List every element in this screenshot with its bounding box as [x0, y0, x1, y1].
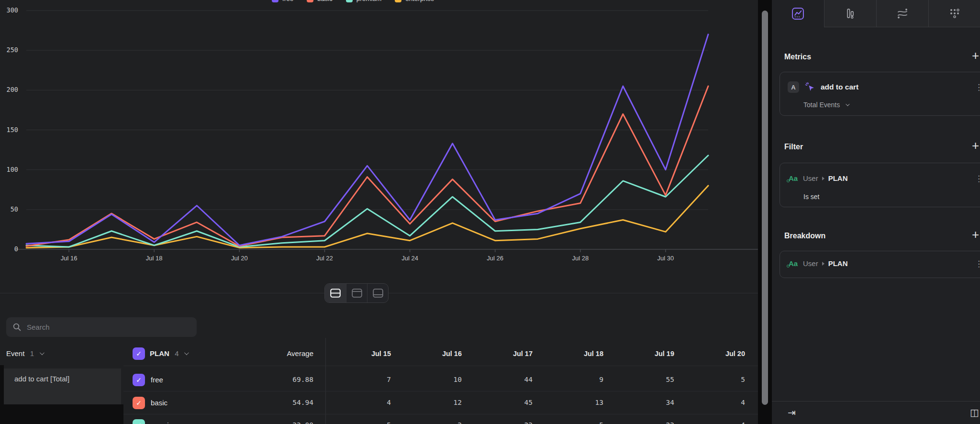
date-column-header: Jul 16 [400, 350, 462, 357]
metric-card[interactable]: A add to cart ⋮ Total Events [780, 72, 980, 116]
split-view-icon [330, 289, 341, 298]
plan-column-selector[interactable]: PLAN 4 [150, 349, 188, 358]
average-value: 33.00 [251, 421, 313, 424]
breakdown-property: PLAN [828, 259, 848, 268]
y-tick-label: 50 [0, 205, 18, 213]
row-group-label: add to cart [Total] [4, 368, 121, 383]
add-breakdown-button[interactable]: + [972, 230, 979, 239]
row-divider [123, 391, 758, 391]
add-metric-button[interactable]: + [972, 51, 979, 60]
x-tick-label: Jul 22 [309, 255, 340, 262]
check-icon: ✓ [136, 422, 142, 424]
chart-only-view-button[interactable] [346, 284, 367, 302]
aggregation-selector[interactable]: Total Events [803, 100, 848, 109]
cell-value: 23 [470, 421, 533, 424]
row-label-premium: premium [151, 421, 178, 424]
search-input[interactable] [26, 323, 190, 332]
cell-value: 7 [329, 376, 391, 383]
plan-header-label: PLAN [150, 349, 169, 357]
chevron-down-icon [40, 350, 45, 355]
grid-dots-icon [948, 7, 961, 20]
cell-value: 5 [329, 421, 391, 424]
y-tick-label: 100 [0, 166, 18, 173]
x-tick-label: Jul 26 [480, 255, 511, 262]
breakdown-property-breadcrumb: UserPLAN [803, 259, 848, 268]
date-column-header: Jul 19 [612, 350, 674, 357]
filter-property: PLAN [828, 174, 848, 182]
tab-flow-chart[interactable] [876, 0, 928, 27]
query-builder-sidebar: Metrics + A add to cart ⋮ Total Events F… [771, 0, 980, 424]
x-tick-label: Jul 30 [650, 255, 681, 262]
x-tick-label: Jul 28 [565, 255, 596, 262]
chart-table-view-toggle [324, 283, 389, 303]
breakdown-heading: Breakdown [784, 232, 825, 240]
line-chart-icon [791, 7, 804, 20]
event-column-selector[interactable]: Event 1 [6, 349, 43, 358]
bar-chart-icon [844, 7, 857, 20]
filter-options-button[interactable]: ⋮ [975, 174, 980, 183]
row-label-basic: basic [151, 399, 167, 407]
x-tick-label: Jul 20 [224, 255, 255, 262]
metric-letter-badge: A [788, 81, 799, 93]
header-divider [123, 366, 758, 366]
metric-event-name: add to cart [821, 83, 858, 91]
filter-property-breadcrumb: UserPLAN [803, 174, 848, 182]
cell-value: 4 [683, 399, 745, 406]
series-line-enterprise [26, 186, 708, 248]
add-filter-button[interactable]: + [972, 141, 979, 150]
x-tick-label: Jul 24 [395, 255, 425, 262]
text-property-icon: Aa [789, 174, 798, 183]
insights-report-screen: freebasicpremiumenterprise 0501001502002… [0, 0, 980, 424]
y-tick-label: 250 [0, 46, 18, 54]
tab-grid-dots[interactable] [928, 0, 980, 27]
series-line-free [26, 34, 708, 245]
scrollbar-thumb[interactable] [762, 11, 768, 405]
top-view-icon [352, 289, 362, 298]
cell-value: 4 [329, 399, 391, 406]
check-icon: ✓ [136, 399, 142, 407]
filter-heading: Filter [784, 143, 803, 151]
search-icon [13, 323, 21, 331]
row-checkbox-free[interactable]: ✓ [133, 374, 145, 386]
breakdown-card[interactable]: Aa UserPLAN ⋮ [780, 251, 980, 278]
table-only-view-button[interactable] [367, 284, 388, 302]
tab-line-chart[interactable] [772, 0, 824, 27]
plan-select-all-checkbox[interactable]: ✓ [133, 347, 145, 360]
average-value: 69.88 [251, 376, 313, 383]
row-checkbox-premium[interactable]: ✓ [133, 419, 145, 424]
check-icon: ✓ [136, 350, 142, 357]
cell-value: 44 [470, 376, 533, 383]
metric-options-button[interactable]: ⋮ [975, 82, 980, 92]
bottom-view-icon [373, 289, 383, 298]
cell-value: 3 [400, 421, 462, 424]
collapse-sidebar-icon[interactable]: ⇥ [788, 407, 796, 418]
cell-value: 45 [470, 399, 533, 406]
split-view-button[interactable] [325, 284, 346, 302]
y-tick-label: 0 [0, 245, 18, 253]
breakdown-options-button[interactable]: ⋮ [975, 259, 980, 268]
tab-bar-chart[interactable] [824, 0, 876, 27]
breadcrumb-arrow-icon [822, 262, 824, 266]
chevron-down-icon [184, 350, 189, 355]
event-click-icon [804, 81, 816, 93]
search-box [6, 317, 197, 337]
average-column-header: Average [251, 349, 313, 357]
panel-layout-icon[interactable]: ◫ [970, 407, 979, 418]
plan-count: 4 [175, 349, 178, 357]
filter-scope: User [803, 174, 818, 182]
text-property-icon: Aa [789, 259, 798, 268]
cell-value: 5 [683, 376, 745, 383]
cell-value: 5 [541, 421, 603, 424]
event-header-label: Event [6, 349, 24, 357]
cell-value: 55 [612, 376, 674, 383]
row-divider [123, 414, 758, 414]
row-checkbox-basic[interactable]: ✓ [133, 397, 145, 409]
cell-value: 4 [683, 421, 745, 424]
bottom-left-spacer [0, 404, 123, 424]
date-column-header: Jul 18 [541, 350, 603, 357]
filter-operator[interactable]: Is set [803, 193, 819, 201]
row-group-cell: add to cart [Total] [4, 368, 121, 404]
cell-value: 10 [400, 376, 462, 383]
filter-card[interactable]: Aa UserPLAN ⋮ Is set [780, 163, 980, 207]
event-count: 1 [30, 349, 34, 357]
